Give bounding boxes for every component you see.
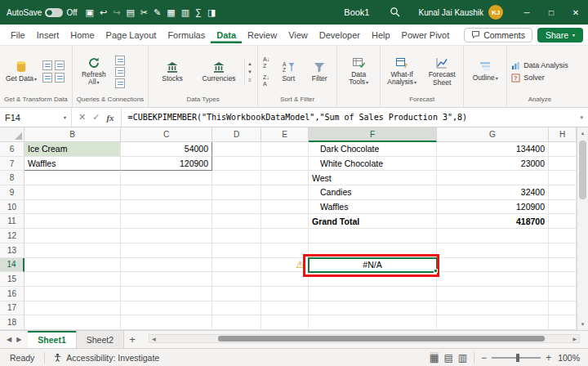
cell-B14[interactable] [24,258,121,273]
data-analysis-button[interactable]: Data Analysis [511,61,568,70]
cell-B6[interactable]: Ice Cream [24,142,121,157]
formula-bar-expand-icon[interactable]: ▾ [575,108,588,127]
cell-E15[interactable] [261,272,309,287]
cell-G16[interactable] [437,287,549,301]
tab-insert[interactable]: Insert [31,27,65,43]
autosave-switch[interactable] [45,8,63,17]
cell-F17[interactable] [309,301,437,316]
cell-B8[interactable] [24,171,121,185]
row-header-10[interactable]: 10 [0,200,24,215]
page-break-view-icon[interactable]: ▥ [458,352,467,364]
cut-icon[interactable]: ✂ [140,8,148,17]
vertical-scrollbar[interactable]: ▲ ▼ [577,127,588,330]
scroll-down-icon[interactable]: ▼ [577,319,588,330]
fill-color-icon[interactable]: ◨ [207,8,216,17]
cell-H14[interactable] [549,258,577,273]
cell-H7[interactable] [549,157,577,172]
cell-B11[interactable] [24,214,121,229]
cell-C14[interactable] [121,258,212,273]
cell-C12[interactable] [121,229,212,243]
column-header-C[interactable]: C [121,127,212,142]
cell-G14[interactable] [437,258,549,273]
cell-D11[interactable] [212,214,261,229]
cell-G18[interactable] [437,315,549,330]
from-web-icon[interactable] [55,60,65,70]
cell-C15[interactable] [121,272,212,287]
cell-C18[interactable] [121,315,212,330]
cell-E16[interactable] [261,287,309,301]
cell-H13[interactable] [549,243,577,258]
edit-links-icon[interactable] [115,78,125,88]
select-all-corner[interactable] [0,127,24,142]
undo-icon[interactable]: ↩ [100,8,107,17]
data-tools-button[interactable]: Data Tools▾ [340,55,377,89]
cell-G9[interactable]: 32400 [437,185,549,200]
search-button[interactable] [390,7,401,18]
cell-D10[interactable] [212,200,261,215]
cell-E9[interactable] [261,185,309,200]
minimize-button[interactable]: ─ [514,0,539,25]
tab-power-pivot[interactable]: Power Pivot [396,27,456,43]
cell-H10[interactable] [549,200,577,215]
cell-D15[interactable] [212,272,261,287]
cell-C6[interactable]: 54000 [121,142,212,157]
row-header-7[interactable]: 7 [0,157,24,172]
cell-F6[interactable]: Dark Chocolate [309,142,437,157]
tab-page-layout[interactable]: Page Layout [100,27,163,43]
cell-H16[interactable] [549,287,577,301]
cell-H17[interactable] [549,301,577,316]
tab-home[interactable]: Home [65,27,100,43]
properties-icon[interactable] [115,67,125,77]
cell-F13[interactable] [309,243,437,258]
name-box[interactable]: F14 ▾ [0,108,72,127]
cell-E17[interactable] [261,301,309,316]
cell-G17[interactable] [437,301,549,316]
cell-B13[interactable] [24,243,121,258]
row-header-11[interactable]: 11 [0,214,24,229]
clipboard-icon[interactable]: ▤ [126,8,134,17]
cell-B9[interactable] [24,185,121,200]
column-header-D[interactable]: D [212,127,261,142]
scroll-up-icon[interactable]: ▲ [577,127,588,139]
cell-B15[interactable] [24,272,121,287]
column-header-E[interactable]: E [261,127,309,142]
accessibility-button[interactable]: Accessibility: Investigate [45,353,167,363]
cell-H15[interactable] [549,272,577,287]
share-button[interactable]: Share ▾ [537,28,583,42]
cell-H9[interactable] [549,185,577,200]
cell-F14[interactable]: #N/A [309,258,437,273]
cell-F18[interactable] [309,315,437,330]
row-header-17[interactable]: 17 [0,301,24,316]
confirm-entry-icon[interactable]: ✓ [92,112,100,123]
cell-G10[interactable]: 120900 [437,200,549,215]
cell-B7[interactable]: Waffles [24,157,121,172]
row-header-14[interactable]: 14 [0,258,24,273]
cell-E14[interactable]: ⚠ [261,258,309,273]
cell-E8[interactable] [261,171,309,185]
cell-E6[interactable] [261,142,309,157]
error-warning-icon[interactable]: ⚠ [296,260,305,270]
column-header-F[interactable]: F [309,127,437,142]
row-header-9[interactable]: 9 [0,185,24,200]
sum-icon[interactable]: ∑ [195,8,202,17]
what-if-analysis-button[interactable]: ? What-If Analysis▾ [383,55,421,89]
cell-E12[interactable] [261,229,309,243]
cell-F11[interactable]: Grand Total [309,214,437,229]
save-icon[interactable]: ▣ [86,8,94,17]
tab-file[interactable]: File [5,27,31,43]
cell-G15[interactable] [437,272,549,287]
sort-button[interactable]: AZ Sort [274,59,302,85]
row-header-6[interactable]: 6 [0,142,24,157]
cell-H12[interactable] [549,229,577,243]
cell-B17[interactable] [24,301,121,316]
cell-F10[interactable]: Waffles [309,200,437,215]
cell-E18[interactable] [261,315,309,330]
cell-D13[interactable] [212,243,261,258]
zoom-slider[interactable] [492,357,541,359]
maximize-button[interactable]: □ [539,0,564,25]
cell-C10[interactable] [121,200,212,215]
row-header-8[interactable]: 8 [0,171,24,185]
cell-H8[interactable] [549,171,577,185]
cell-G8[interactable] [437,171,549,185]
get-data-button[interactable]: Get Data▾ [2,58,40,86]
